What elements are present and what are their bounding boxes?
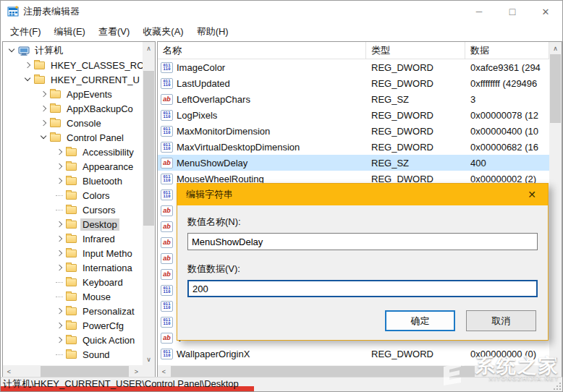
dword-value-icon: 011110: [161, 317, 173, 328]
table-row[interactable]: 011110MaxVirtualDesktopDimensionREG_DWOR…: [158, 139, 549, 155]
table-row[interactable]: 011110LastUpdatedREG_DWORD0xffffffff (42…: [158, 75, 549, 91]
folder-icon: [66, 322, 77, 330]
column-header-name[interactable]: 名称: [158, 42, 366, 59]
chevron-right-icon[interactable]: [54, 164, 65, 169]
tree-item-personalizat[interactable]: Personalizat: [3, 304, 143, 318]
tree-item-desktop[interactable]: Desktop: [3, 217, 143, 231]
table-row[interactable]: 011110WallpaperOriginXREG_DWORD0x0000000…: [158, 346, 549, 362]
value-name: MaxMonitorDimension: [177, 126, 270, 137]
list-vscroll-thumb[interactable]: [550, 54, 561, 123]
folder-icon: [66, 148, 77, 156]
scroll-down-icon[interactable]: ∨: [549, 353, 562, 365]
cell-data: 0x00000400 (10: [465, 126, 549, 137]
tree-item-console[interactable]: Console: [3, 116, 143, 130]
chevron-right-icon[interactable]: [54, 150, 65, 154]
list-hscroll-thumb[interactable]: [171, 366, 475, 377]
tree-item-label: Keyboard: [80, 276, 125, 289]
tree-item-label: Sound: [80, 349, 112, 361]
table-row[interactable]: 011110ImageColorREG_DWORD0xafce9361 (294: [158, 59, 549, 75]
resize-grip[interactable]: [553, 382, 562, 391]
tree-hscroll-thumb[interactable]: [41, 366, 129, 377]
value-name-input[interactable]: [187, 233, 538, 250]
tree-item-accessibility[interactable]: Accessibility: [3, 145, 143, 159]
table-row[interactable]: 011110LogPixelsREG_DWORD0x00000078 (12: [158, 107, 549, 123]
status-bar: 计算机\HKEY_CURRENT_USER\Control Panel\Desk…: [1, 377, 562, 391]
menu-item[interactable]: 查看(V): [92, 23, 136, 41]
dialog-title-bar[interactable]: 编辑字符串 ✕: [177, 184, 548, 205]
chevron-right-icon[interactable]: [54, 251, 65, 255]
tree-item-cursors[interactable]: Cursors: [3, 203, 143, 217]
tree-item-计算机[interactable]: 计算机: [3, 43, 143, 58]
cancel-button[interactable]: 取消: [466, 310, 536, 331]
folder-icon: [50, 119, 61, 127]
tree-item-input-metho[interactable]: Input Metho: [3, 246, 143, 260]
close-icon[interactable]: ✕: [529, 1, 562, 22]
chevron-right-icon[interactable]: [38, 92, 49, 96]
dialog-close-icon[interactable]: ✕: [516, 184, 548, 205]
chevron-right-icon[interactable]: [54, 265, 65, 270]
table-row[interactable]: 011110MaxMonitorDimensionREG_DWORD0x0000…: [158, 123, 549, 139]
tree-item-control-panel[interactable]: Control Panel: [3, 130, 143, 145]
registry-tree: 计算机HKEY_CLASSES_ROHKEY_CURRENT_UAppEvent…: [3, 43, 143, 365]
table-row[interactable]: abMenuShowDelayREG_SZ400: [158, 155, 549, 171]
chevron-right-icon[interactable]: [54, 222, 65, 226]
tree-item-sound[interactable]: Sound: [3, 347, 143, 362]
cell-data: 3: [465, 94, 549, 105]
tree-horizontal-scrollbar[interactable]: < >: [3, 365, 143, 378]
tree-item-hkey-classes-ro[interactable]: HKEY_CLASSES_RO: [3, 58, 143, 72]
tree-item-infrared[interactable]: Infrared: [3, 231, 143, 246]
column-header-data[interactable]: 数据: [465, 42, 549, 59]
chevron-right-icon[interactable]: [38, 121, 49, 125]
tree-item-colors[interactable]: Colors: [3, 188, 143, 203]
menu-item[interactable]: 收藏夹(A): [136, 23, 190, 41]
tree-item-quick-action[interactable]: Quick Action: [3, 333, 143, 347]
chevron-right-icon[interactable]: [54, 179, 65, 183]
chevron-right-icon[interactable]: [38, 106, 49, 111]
tree-item-bluetooth[interactable]: Bluetooth: [3, 174, 143, 188]
scroll-left-icon[interactable]: <: [158, 365, 170, 378]
scroll-right-icon[interactable]: >: [130, 365, 143, 378]
string-value-icon: ab: [161, 269, 173, 280]
table-row[interactable]: abLeftOverlapCharsREG_SZ3: [158, 91, 549, 107]
menu-item[interactable]: 帮助(H): [190, 23, 235, 41]
minimize-icon[interactable]: ─: [462, 1, 496, 22]
tree-item-keyboard[interactable]: Keyboard: [3, 275, 143, 289]
tree-item-appearance[interactable]: Appearance: [3, 159, 143, 174]
menu-item[interactable]: 文件(F): [4, 23, 48, 41]
chevron-right-icon[interactable]: [54, 309, 65, 313]
string-value-icon: ab: [161, 158, 173, 169]
menu-item[interactable]: 编辑(E): [48, 23, 92, 41]
chevron-right-icon[interactable]: [54, 323, 65, 328]
chevron-right-icon[interactable]: [54, 338, 65, 342]
chevron-down-icon[interactable]: [22, 78, 33, 80]
value-name: MaxVirtualDesktopDimension: [177, 142, 300, 153]
scroll-up-icon[interactable]: ∧: [143, 42, 155, 54]
scroll-left-icon[interactable]: <: [3, 365, 15, 378]
cell-name: abMenuShowDelay: [158, 158, 366, 169]
tree-connector: [54, 297, 65, 297]
scroll-up-icon[interactable]: ∧: [549, 42, 562, 54]
chevron-right-icon[interactable]: [22, 63, 33, 67]
chevron-down-icon[interactable]: [38, 136, 49, 138]
tree-item-powercfg[interactable]: PowerCfg: [3, 318, 143, 333]
chevron-down-icon[interactable]: [6, 49, 17, 51]
tree-item-label: HKEY_CURRENT_U: [48, 74, 142, 86]
ok-button[interactable]: 确定: [385, 310, 455, 331]
scroll-down-icon[interactable]: ∨: [143, 353, 155, 365]
tree-item-appxbackupco[interactable]: AppXBackupCo: [3, 101, 143, 116]
tree-item-label: AppXBackupCo: [64, 103, 135, 115]
tree-item-hkey-current-u[interactable]: HKEY_CURRENT_U: [3, 72, 143, 87]
list-horizontal-scrollbar[interactable]: <: [158, 365, 549, 378]
chevron-right-icon[interactable]: [54, 237, 65, 241]
maximize-icon[interactable]: □: [496, 1, 529, 22]
tree-item-mouse[interactable]: Mouse: [3, 289, 143, 304]
cell-data: 0x00000078 (12: [465, 110, 549, 121]
tree-item-internationa[interactable]: Internationa: [3, 260, 143, 275]
dword-value-icon: 011110: [161, 78, 173, 89]
tree-item-appevents[interactable]: AppEvents: [3, 87, 143, 101]
tree-vscroll-thumb[interactable]: [143, 71, 154, 226]
column-header-type[interactable]: 类型: [366, 42, 465, 59]
tree-vertical-scrollbar[interactable]: ∧ ∨: [143, 42, 155, 365]
value-data-input[interactable]: [187, 280, 538, 297]
list-vertical-scrollbar[interactable]: ∧ ∨: [549, 42, 562, 365]
